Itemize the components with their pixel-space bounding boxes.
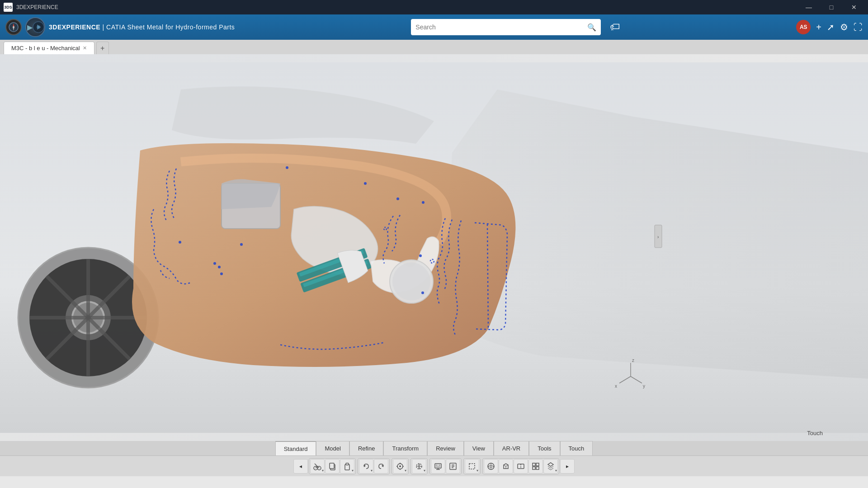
compass-button[interactable] xyxy=(5,19,22,35)
toolbar-group-select xyxy=(463,458,481,474)
titlebar-left: 3DS 3DEXPERIENCE xyxy=(4,3,58,12)
play-button[interactable] xyxy=(25,17,45,37)
maximize-button[interactable]: □ xyxy=(821,0,842,14)
search-bar: 🔍 xyxy=(411,19,601,35)
toolbar-group-undo xyxy=(358,458,390,474)
tab-add-button[interactable]: + xyxy=(96,42,109,54)
snap-button[interactable] xyxy=(393,459,407,474)
share-button[interactable]: ➚ xyxy=(827,22,835,33)
tab-refine[interactable]: Refine xyxy=(349,441,384,455)
tabbar: M3C - b l e u - Mechanical ✕ + xyxy=(0,40,868,54)
add-button[interactable]: + xyxy=(816,22,821,33)
edit-mode-button[interactable] xyxy=(446,459,460,474)
svg-text:›: › xyxy=(657,235,659,239)
svg-point-33 xyxy=(421,291,424,294)
svg-text:z: z xyxy=(632,358,634,363)
viewport[interactable]: x y z › Touch xyxy=(0,54,868,441)
svg-rect-80 xyxy=(536,463,539,466)
toolbar-arrow-right[interactable]: ▸ xyxy=(560,459,575,474)
settings-button[interactable]: ⚙ xyxy=(840,22,848,33)
copy-button[interactable] xyxy=(325,459,340,474)
bottom-toolbar-area: Standard Model Refine Transform Review V… xyxy=(0,441,868,476)
paste-button[interactable] xyxy=(340,459,354,474)
tab-tools[interactable]: Tools xyxy=(529,441,560,455)
display-button[interactable] xyxy=(431,459,445,474)
svg-point-56 xyxy=(399,465,401,467)
fullscreen-button[interactable]: ⛶ xyxy=(854,22,863,33)
svg-rect-79 xyxy=(533,463,535,466)
svg-point-31 xyxy=(220,272,223,275)
3d-scene-svg: x y z › xyxy=(0,54,868,441)
tab-review[interactable]: Review xyxy=(427,441,464,455)
svg-rect-52 xyxy=(346,463,349,465)
svg-point-26 xyxy=(422,201,425,204)
svg-point-3 xyxy=(13,26,14,28)
toolbar-group-snap xyxy=(392,458,409,474)
logo-area: 3DEXPERIENCE | CATIA Sheet Metal for Hyd… xyxy=(5,17,235,37)
svg-rect-51 xyxy=(345,465,349,470)
svg-point-32 xyxy=(419,254,422,257)
brand-text: 3DEXPERIENCE | CATIA Sheet Metal for Hyd… xyxy=(49,23,235,31)
svg-rect-73 xyxy=(469,464,475,469)
toolbar-group-view xyxy=(482,458,559,474)
svg-rect-64 xyxy=(436,465,438,466)
bottom-tab-row: Standard Model Refine Transform Review V… xyxy=(0,441,868,455)
search-input[interactable] xyxy=(415,23,587,31)
svg-marker-54 xyxy=(382,465,383,467)
redo-button[interactable] xyxy=(374,459,388,474)
svg-text:y: y xyxy=(643,384,645,389)
select-button[interactable] xyxy=(465,459,479,474)
svg-point-24 xyxy=(364,182,367,185)
svg-marker-53 xyxy=(364,465,366,467)
transform-button[interactable] xyxy=(412,459,426,474)
toolbar-arrow-left[interactable]: ◂ xyxy=(293,459,308,474)
svg-line-48 xyxy=(315,464,317,466)
views-button[interactable] xyxy=(528,459,543,474)
titlebar-controls: — □ ✕ xyxy=(798,0,864,14)
svg-point-30 xyxy=(218,266,221,268)
svg-text:x: x xyxy=(615,384,617,389)
search-button[interactable]: 🔍 xyxy=(587,23,596,32)
svg-rect-82 xyxy=(536,467,539,469)
minimize-button[interactable]: — xyxy=(798,0,819,14)
tab-ar-vr[interactable]: AR-VR xyxy=(494,441,529,455)
toolbar-group-edit xyxy=(309,458,356,474)
shading-button[interactable] xyxy=(499,459,513,474)
tab-standard[interactable]: Standard xyxy=(275,441,316,455)
bookmark-icon[interactable]: 🏷 xyxy=(610,21,620,33)
svg-rect-66 xyxy=(436,466,440,467)
more-views-button[interactable] xyxy=(543,459,558,474)
tab-close-icon[interactable]: ✕ xyxy=(83,45,87,51)
cut-button[interactable] xyxy=(310,459,325,474)
svg-point-28 xyxy=(240,243,243,246)
main-tab[interactable]: M3C - b l e u - Mechanical ✕ xyxy=(4,42,94,54)
section-button[interactable] xyxy=(514,459,528,474)
svg-rect-81 xyxy=(533,467,535,469)
user-avatar[interactable]: AS xyxy=(796,20,811,34)
svg-point-22 xyxy=(392,263,430,300)
toolbar-row: ◂ xyxy=(0,455,868,476)
svg-rect-65 xyxy=(439,465,440,466)
tab-transform[interactable]: Transform xyxy=(383,441,427,455)
touch-label: Touch xyxy=(807,430,823,436)
main-toolbar: 3DEXPERIENCE | CATIA Sheet Metal for Hyd… xyxy=(0,14,868,40)
svg-point-29 xyxy=(213,262,216,265)
tab-touch[interactable]: Touch xyxy=(560,441,593,455)
toolbar-group-display xyxy=(429,458,462,474)
undo-button[interactable] xyxy=(359,459,373,474)
tab-model[interactable]: Model xyxy=(316,441,349,455)
titlebar: 3DS 3DEXPERIENCE — □ ✕ xyxy=(0,0,868,14)
toolbar-right: AS + ➚ ⚙ ⛶ xyxy=(796,20,863,34)
perspective-button[interactable] xyxy=(484,459,498,474)
tab-label: M3C - b l e u - Mechanical xyxy=(11,45,80,52)
titlebar-title: 3DEXPERIENCE xyxy=(16,4,58,10)
svg-rect-50 xyxy=(330,463,334,469)
toolbar-group-transform xyxy=(410,458,428,474)
app-icon: 3DS xyxy=(4,3,13,12)
svg-point-25 xyxy=(396,197,399,200)
svg-point-23 xyxy=(286,166,288,169)
tab-view[interactable]: View xyxy=(464,441,494,455)
svg-point-27 xyxy=(179,241,181,244)
close-button[interactable]: ✕ xyxy=(844,0,864,14)
